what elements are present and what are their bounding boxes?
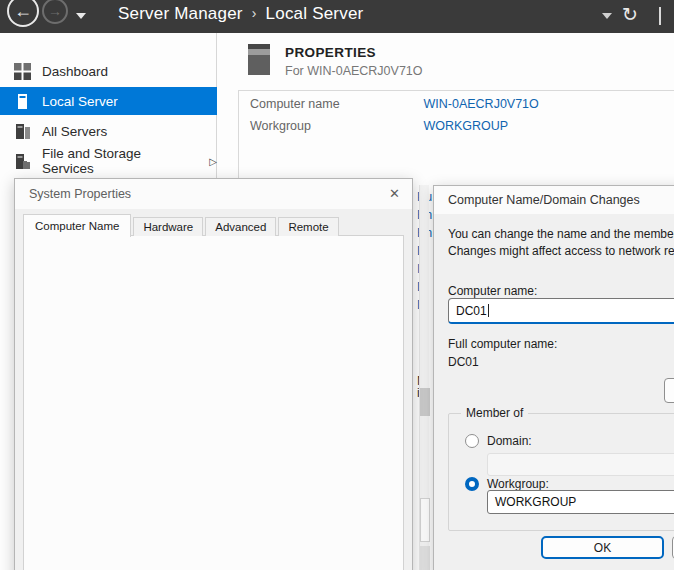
dialog-title: System Properties <box>29 187 131 201</box>
workgroup-radio[interactable] <box>465 477 479 491</box>
notifications-dropdown-icon[interactable] <box>602 13 612 19</box>
expand-chevron-icon[interactable]: ▷ <box>209 156 217 167</box>
member-of-legend: Member of <box>461 406 528 420</box>
property-label: Computer name <box>250 97 420 111</box>
page-title[interactable]: Local Server <box>266 4 364 23</box>
more-button[interactable]: More... <box>664 378 674 403</box>
property-label: Workgroup <box>250 119 420 133</box>
tab-strip: Computer Name Hardware Advanced Remote <box>23 213 341 236</box>
sidebar-item-label: File and Storage Services <box>42 146 184 176</box>
sidebar-item-label: Local Server <box>42 94 118 109</box>
breadcrumb: Server Manager›Local Server <box>118 4 363 24</box>
refresh-icon[interactable]: ↻ <box>622 3 638 26</box>
scrollbar-segment <box>420 498 430 542</box>
dialog-description: You can change the name and the membersh… <box>448 226 674 260</box>
tab-computer-name[interactable]: Computer Name <box>23 214 131 237</box>
properties-subheading: For WIN-0AECRJ0V71O <box>285 64 423 78</box>
dashboard-icon <box>14 63 31 80</box>
file-storage-services-icon <box>14 153 31 170</box>
dialog-title: Computer Name/Domain Changes <box>448 193 640 207</box>
local-server-icon <box>14 93 31 110</box>
full-computer-name-value: DC01 <box>448 354 479 371</box>
workgroup-value: WORKGROUP <box>495 495 576 509</box>
app-title: Server Manager <box>118 4 243 23</box>
scrollbar[interactable] <box>419 185 429 570</box>
full-computer-name-label: Full computer name: <box>448 336 557 353</box>
back-button[interactable]: ← <box>7 0 39 27</box>
sidebar-item-label: Dashboard <box>42 64 108 79</box>
workgroup-radio-label[interactable]: Workgroup: <box>487 477 549 491</box>
nav-dropdown-icon[interactable] <box>76 13 86 19</box>
computer-name-tab-panel <box>23 235 404 570</box>
ok-button[interactable]: OK <box>541 536 664 559</box>
computer-name-link[interactable]: WIN-0AECRJ0V71O <box>423 97 538 111</box>
breadcrumb-separator-icon: › <box>243 5 266 21</box>
text-cursor <box>488 304 489 317</box>
close-icon[interactable]: ✕ <box>389 186 400 201</box>
property-row: Workgroup WORKGROUP <box>250 119 508 133</box>
sidebar-item-dashboard[interactable]: Dashboard <box>0 57 217 85</box>
system-properties-dialog: System Properties ✕ Computer Name Hardwa… <box>14 178 413 570</box>
all-servers-icon <box>14 123 31 140</box>
dialog-titlebar[interactable]: System Properties ✕ <box>15 179 412 209</box>
domain-radio[interactable] <box>465 434 479 448</box>
sidebar-item-label: All Servers <box>42 124 107 139</box>
server-manager-window: ← → Server Manager›Local Server ↻ Dashbo… <box>0 0 674 570</box>
workgroup-link[interactable]: WORKGROUP <box>423 119 508 133</box>
computer-name-value: DC01 <box>456 304 487 318</box>
property-row: Computer name WIN-0AECRJ0V71O <box>250 97 539 111</box>
scrollbar-segment <box>420 546 430 570</box>
scrollbar-thumb[interactable] <box>420 388 430 416</box>
sidebar-item-all-servers[interactable]: All Servers <box>0 117 217 145</box>
computer-name-input[interactable]: DC01 <box>448 298 674 324</box>
back-arrow-icon: ← <box>14 1 32 22</box>
tab-advanced[interactable]: Advanced <box>205 217 276 236</box>
sidebar-item-local-server[interactable]: Local Server <box>0 87 217 115</box>
titlebar: ← → Server Manager›Local Server ↻ <box>0 0 674 33</box>
tab-remote[interactable]: Remote <box>278 217 338 236</box>
member-of-groupbox: Member of Domain: Workgroup: WORKGROUP <box>448 413 674 531</box>
server-icon <box>248 44 270 75</box>
domain-input[interactable] <box>487 453 674 476</box>
forward-arrow-icon: → <box>48 3 62 19</box>
flag-icon[interactable] <box>659 7 661 25</box>
sidebar-item-file-storage-services[interactable]: File and Storage Services ▷ <box>0 147 217 175</box>
computer-name-domain-changes-dialog: Computer Name/Domain Changes You can cha… <box>433 185 674 570</box>
workgroup-input[interactable]: WORKGROUP <box>487 490 674 514</box>
properties-heading: PROPERTIES <box>285 45 376 60</box>
domain-radio-label[interactable]: Domain: <box>487 434 532 448</box>
dialog-titlebar[interactable]: Computer Name/Domain Changes <box>434 186 674 214</box>
forward-button[interactable]: → <box>42 0 68 24</box>
tab-hardware[interactable]: Hardware <box>133 217 203 236</box>
